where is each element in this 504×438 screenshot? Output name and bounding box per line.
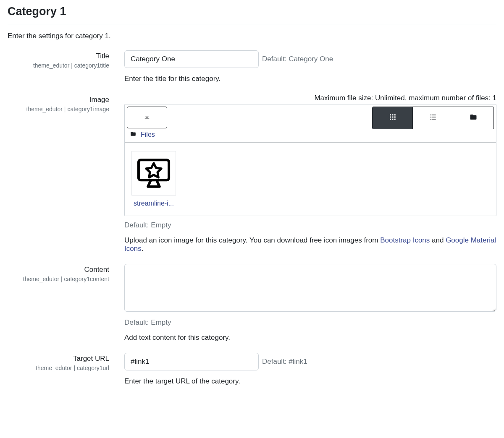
view-list-button[interactable] xyxy=(413,107,453,129)
image-help-post: . xyxy=(142,245,144,253)
title-help: Enter the title for this category. xyxy=(124,75,496,83)
grid-icon xyxy=(389,113,396,123)
url-help: Enter the target URL of the category. xyxy=(124,377,496,386)
title-label: Title xyxy=(8,51,109,61)
title-default: Default: Category One xyxy=(262,55,333,63)
image-help: Upload an icon image for this category. … xyxy=(124,236,496,253)
url-input[interactable] xyxy=(124,353,259,370)
content-help: Add text content for this category. xyxy=(124,334,496,342)
content-label: Content xyxy=(8,265,109,275)
image-limits: Maximum file size: Unlimited, maximum nu… xyxy=(124,94,496,102)
file-thumbnail xyxy=(131,151,176,196)
image-default: Default: Empty xyxy=(124,221,496,229)
url-default: Default: #link1 xyxy=(262,357,307,366)
file-manager: Files xyxy=(124,104,496,216)
file-tile[interactable]: streamline-i... xyxy=(129,151,178,207)
breadcrumb-files-link[interactable]: Files xyxy=(141,131,155,138)
url-key: theme_edutor | category1url xyxy=(8,365,109,371)
view-tree-button[interactable] xyxy=(453,107,494,129)
image-help-mid: and xyxy=(430,236,446,244)
view-grid-button[interactable] xyxy=(373,107,413,129)
folder-small-icon xyxy=(130,131,136,138)
file-name: streamline-i... xyxy=(129,200,178,207)
download-icon xyxy=(143,113,151,122)
content-textarea[interactable] xyxy=(124,264,496,312)
view-toggle xyxy=(372,107,494,129)
bootstrap-icons-link[interactable]: Bootstrap Icons xyxy=(380,236,430,244)
section-heading: Category 1 xyxy=(8,0,496,24)
image-help-pre: Upload an icon image for this category. … xyxy=(124,236,380,244)
image-label: Image xyxy=(8,95,109,105)
section-intro: Enter the settings for category 1. xyxy=(8,32,496,40)
folder-icon xyxy=(470,113,477,123)
title-input[interactable] xyxy=(124,50,259,68)
image-key: theme_edutor | category1image xyxy=(8,106,109,112)
url-label: Target URL xyxy=(8,354,109,364)
content-key: theme_edutor | category1content xyxy=(8,276,109,282)
add-file-button[interactable] xyxy=(127,107,167,128)
content-default: Default: Empty xyxy=(124,318,496,327)
title-key: theme_edutor | category1title xyxy=(8,62,109,69)
list-icon xyxy=(429,113,437,123)
